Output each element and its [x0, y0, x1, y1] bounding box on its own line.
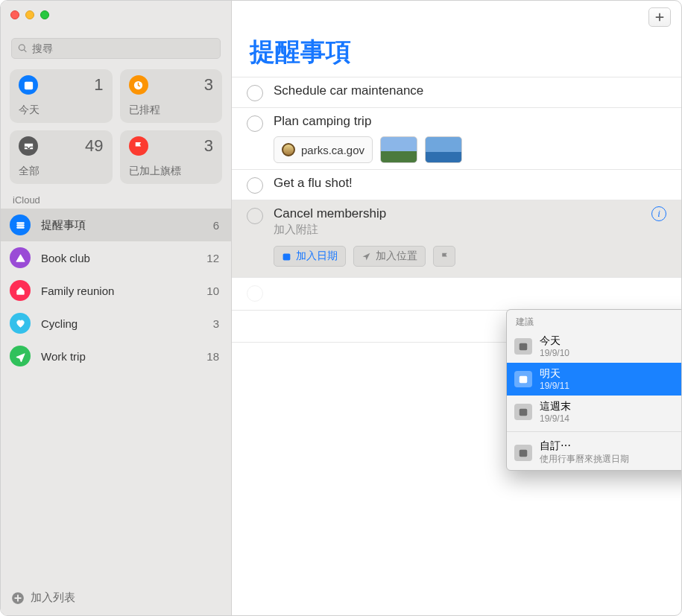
- smart-list-all[interactable]: 49 全部: [10, 130, 113, 184]
- plus-icon: [654, 12, 665, 22]
- clock-icon: [129, 75, 148, 95]
- reminder-notes-field[interactable]: 加入附註: [274, 223, 641, 237]
- smart-list-today[interactable]: 1 今天: [10, 69, 113, 123]
- list-count: 6: [213, 219, 219, 232]
- date-suggestions-popover: 建議 今天19/9/10明天19/9/11這週末19/9/14 自訂⋯ 使用行事…: [506, 309, 682, 471]
- smart-lists-grid: 1 今天 3 已排程 49 全部: [10, 69, 222, 184]
- smart-list-flagged-label: 已加上旗標: [129, 165, 214, 178]
- reminder-item[interactable]: [232, 277, 681, 310]
- svg-rect-4: [283, 253, 291, 260]
- search-field[interactable]: [11, 38, 221, 59]
- flag-toggle[interactable]: [433, 246, 455, 267]
- popover-item-sublabel: 19/9/11: [540, 381, 569, 391]
- add-date-pill[interactable]: 加入日期: [274, 246, 346, 267]
- list-icon: [10, 313, 31, 334]
- image-attachment[interactable]: [380, 136, 417, 163]
- reminder-title[interactable]: Schedule car maintenance: [274, 83, 666, 98]
- reminder-title[interactable]: Plan camping trip: [274, 114, 666, 129]
- list-count: 12: [206, 252, 219, 264]
- reminder-checkbox[interactable]: [247, 115, 263, 132]
- search-input[interactable]: [32, 42, 214, 54]
- window-close-button[interactable]: [10, 10, 19, 19]
- link-attachment-label: parks.ca.gov: [301, 144, 364, 156]
- smart-list-all-label: 全部: [19, 165, 104, 178]
- sidebar-list-row[interactable]: Family reunion10: [1, 274, 231, 307]
- reminder-item[interactable]: Plan camping trip parks.ca.gov: [232, 107, 681, 169]
- link-attachment[interactable]: parks.ca.gov: [274, 136, 373, 163]
- popover-item[interactable]: 這週末19/9/14: [507, 396, 682, 428]
- list-name: Book club: [41, 252, 206, 264]
- add-location-label: 加入位置: [376, 250, 417, 263]
- popover-header: 建議: [507, 310, 682, 330]
- smart-list-flagged-count: 3: [204, 136, 213, 156]
- list-count: 10: [206, 285, 219, 297]
- smart-list-today-count: 1: [94, 75, 103, 95]
- calendar-icon: [514, 445, 532, 461]
- list-name: Cycling: [41, 317, 213, 330]
- reminder-checkbox[interactable]: [247, 208, 263, 224]
- smart-list-scheduled[interactable]: 3 已排程: [120, 69, 223, 123]
- popover-item-sublabel: 使用行事曆來挑選日期: [540, 453, 629, 466]
- popover-item[interactable]: 今天19/9/10: [507, 330, 682, 363]
- list-name: 提醒事項: [41, 218, 213, 232]
- calendar-icon: [282, 252, 291, 261]
- inbox-icon: [19, 136, 38, 156]
- sidebar-list-row[interactable]: Cycling3: [1, 307, 231, 340]
- flag-icon: [129, 136, 148, 156]
- info-button[interactable]: i: [651, 206, 666, 221]
- smart-list-today-label: 今天: [19, 104, 104, 117]
- favicon-icon: [282, 143, 295, 156]
- popover-item-sublabel: 19/9/14: [540, 413, 571, 424]
- add-list-label: 加入列表: [31, 591, 75, 605]
- image-attachment[interactable]: [425, 136, 462, 163]
- calendar-today-icon: [19, 75, 38, 95]
- attachment-row: parks.ca.gov: [274, 136, 666, 163]
- reminder-checkbox[interactable]: [247, 285, 263, 302]
- reminder-checkbox[interactable]: [247, 177, 263, 194]
- new-reminder-button[interactable]: [648, 7, 671, 27]
- reminder-title[interactable]: Get a flu shot!: [274, 176, 666, 191]
- list-count: 18: [206, 350, 219, 363]
- list-count: 3: [213, 317, 219, 330]
- svg-rect-8: [520, 449, 528, 457]
- sidebar-list-row[interactable]: Book club12: [1, 241, 231, 274]
- sidebar-list-row[interactable]: Work trip18: [1, 340, 231, 372]
- calendar-icon: [514, 371, 532, 387]
- popover-divider: [507, 431, 682, 432]
- popover-item-sublabel: 19/9/10: [540, 348, 569, 358]
- smart-list-flagged[interactable]: 3 已加上旗標: [120, 130, 223, 184]
- smart-list-scheduled-label: 已排程: [129, 104, 214, 117]
- svg-rect-1: [24, 81, 32, 83]
- svg-rect-5: [520, 343, 528, 351]
- add-location-pill[interactable]: 加入位置: [353, 246, 426, 267]
- popover-item-custom[interactable]: 自訂⋯ 使用行事曆來挑選日期: [507, 435, 682, 470]
- location-icon: [361, 252, 371, 261]
- calendar-icon: [514, 404, 532, 420]
- popover-item-label: 自訂⋯: [540, 439, 629, 453]
- popover-item[interactable]: 明天19/9/11: [507, 363, 682, 396]
- list-icon: [10, 247, 31, 268]
- window-minimize-button[interactable]: [25, 10, 34, 19]
- reminder-checkbox[interactable]: [247, 85, 263, 101]
- add-list-button[interactable]: 加入列表: [1, 583, 231, 615]
- plus-circle-icon: [11, 591, 25, 605]
- popover-item-label: 明天: [540, 367, 569, 381]
- reminders-list: Schedule car maintenance Plan camping tr…: [232, 77, 681, 343]
- main-pane: 提醒事項 Schedule car maintenance Plan campi…: [232, 1, 681, 615]
- list-icon: [10, 346, 31, 366]
- list-icon: [10, 280, 31, 301]
- popover-item-label: 這週末: [540, 400, 571, 413]
- reminder-item[interactable]: Get a flu shot!: [232, 169, 681, 200]
- svg-rect-7: [520, 409, 528, 416]
- reminder-item-editing[interactable]: Cancel membership 加入附註 加入日期 加入位置: [232, 200, 681, 277]
- smart-list-all-count: 49: [85, 136, 103, 156]
- sidebar-lists: 提醒事項6Book club12Family reunion10Cycling3…: [1, 209, 231, 583]
- reminder-title[interactable]: Cancel membership: [274, 206, 641, 221]
- list-name: Work trip: [41, 350, 206, 363]
- window-zoom-button[interactable]: [40, 10, 49, 19]
- reminder-item[interactable]: Schedule car maintenance: [232, 77, 681, 107]
- flag-icon: [440, 252, 449, 261]
- sidebar-list-row[interactable]: 提醒事項6: [1, 209, 231, 241]
- list-icon: [10, 215, 31, 235]
- main-toolbar: [232, 1, 681, 34]
